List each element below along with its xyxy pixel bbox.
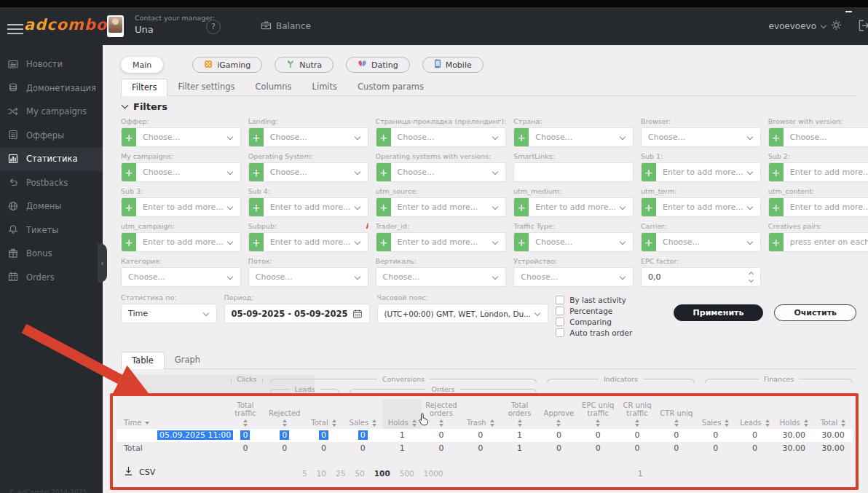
page-size-25[interactable]: 25 — [336, 469, 345, 478]
checkbox-by-last-activity[interactable]: By last activity — [556, 294, 652, 305]
page-size-500[interactable]: 500 — [400, 469, 414, 478]
column-header-leads[interactable]: Leads — [735, 399, 775, 429]
sort-icon[interactable] — [518, 419, 522, 427]
filter-input-my-campaigns[interactable]: +Choose... — [121, 162, 241, 182]
add-plus-icon[interactable]: + — [769, 163, 784, 181]
sidebar-item-offers[interactable]: Офферы — [0, 124, 103, 148]
csv-download-link[interactable]: CSV — [124, 466, 155, 478]
category-pill-mobile[interactable]: Mobile — [422, 57, 484, 73]
filter-input-landing[interactable]: +Choose... — [248, 127, 368, 147]
add-plus-icon[interactable]: + — [642, 198, 656, 216]
apply-button[interactable]: Применить — [674, 304, 764, 321]
sort-icon[interactable] — [765, 419, 770, 427]
add-plus-icon[interactable]: + — [514, 233, 529, 251]
category-pill-nutra[interactable]: Nutra — [275, 57, 334, 73]
sort-icon[interactable] — [283, 419, 287, 427]
checkbox-box[interactable] — [556, 296, 564, 304]
results-tab-graph[interactable]: Graph — [165, 352, 210, 368]
sort-icon[interactable] — [439, 419, 443, 427]
user-menu[interactable]: evoevoevo — [769, 20, 842, 33]
tab-limits[interactable]: Limits — [302, 79, 348, 95]
filter-input-flow[interactable]: Choose... — [248, 267, 368, 287]
sidebar-item-news[interactable]: Новости — [0, 52, 103, 76]
period-input[interactable]: 05-09-2025 - 05-09-2025 — [224, 304, 370, 323]
add-plus-icon[interactable]: + — [249, 198, 264, 216]
logout-icon[interactable] — [857, 19, 868, 35]
checkbox-comparing[interactable]: Comparing — [556, 316, 652, 327]
sidebar-item-postbacks[interactable]: Postbacks — [0, 171, 103, 195]
tab-columns[interactable]: Columns — [245, 79, 301, 95]
add-plus-icon[interactable]: + — [769, 233, 784, 251]
add-plus-icon[interactable]: + — [642, 163, 656, 181]
checkbox-box[interactable] — [556, 328, 564, 337]
column-header-sales[interactable]: Sales — [696, 399, 735, 429]
column-header-rejected-orders[interactable]: Rejected orders — [422, 399, 461, 429]
filter-input-utm-term[interactable]: +Enter to add more... — [641, 197, 761, 217]
sort-icon[interactable] — [635, 419, 639, 427]
add-plus-icon[interactable]: + — [122, 233, 136, 251]
column-header-sales[interactable]: Sales — [343, 399, 382, 429]
filter-input-carrier[interactable]: +Choose... — [641, 232, 761, 252]
tab-custom-params[interactable]: Custom params — [347, 79, 434, 95]
page-size-5[interactable]: 5 — [302, 469, 307, 478]
calendar-icon[interactable] — [352, 309, 363, 319]
filter-input-sub1[interactable]: +Enter to add more... — [641, 162, 761, 182]
add-plus-icon[interactable]: + — [249, 128, 264, 146]
add-plus-icon[interactable]: + — [514, 198, 529, 216]
add-plus-icon[interactable]: + — [376, 163, 391, 181]
filter-input-epc-factor[interactable]: 0,0 — [641, 267, 761, 287]
sidebar-item-domains[interactable]: Домены — [0, 194, 103, 218]
category-pill-main[interactable]: Main — [121, 57, 163, 73]
filter-input-utm-medium[interactable]: +Enter to add more... — [513, 197, 634, 217]
sort-icon[interactable] — [804, 419, 808, 427]
filter-input-category[interactable]: Choose... — [121, 267, 241, 287]
stat-by-select[interactable]: Time — [121, 304, 217, 323]
checkbox-box[interactable] — [556, 307, 564, 315]
column-header-rejected[interactable]: Rejected — [265, 399, 304, 429]
column-header-time[interactable]: Time — [117, 399, 226, 429]
filter-input-utm-source[interactable]: +Enter to add more... — [376, 197, 507, 217]
add-plus-icon[interactable]: + — [376, 128, 391, 146]
balance-button[interactable]: Balance — [261, 20, 311, 33]
sort-icon[interactable] — [556, 419, 561, 427]
sidebar-collapse-handle[interactable]: ‹ — [98, 243, 107, 283]
add-plus-icon[interactable]: + — [769, 198, 784, 216]
column-header-holds[interactable]: Holds — [382, 399, 422, 429]
column-header-holds[interactable]: Holds — [774, 399, 813, 429]
sort-icon[interactable] — [490, 419, 494, 427]
column-header-ctr-uniq[interactable]: CTR uniq — [657, 399, 696, 429]
add-plus-icon[interactable]: + — [122, 163, 136, 181]
sort-icon[interactable] — [332, 419, 336, 427]
filter-input-traffic-type[interactable]: +Choose... — [513, 232, 634, 252]
filter-input-browser-ver[interactable]: +Choose... — [768, 127, 868, 147]
page-size-50[interactable]: 50 — [355, 469, 364, 478]
sidebar-item-campaigns[interactable]: My campaigns — [0, 100, 103, 124]
column-header-total[interactable]: Total — [304, 399, 344, 429]
sidebar-item-bonus[interactable]: Bonus — [0, 242, 103, 266]
filter-input-country[interactable]: +Choose... — [513, 127, 634, 147]
sort-icon[interactable] — [674, 419, 679, 427]
checkbox-auto-trash-order[interactable]: Auto trash order — [556, 327, 652, 338]
add-plus-icon[interactable]: + — [249, 233, 264, 251]
column-header-total-traffic[interactable]: Total traffic — [226, 399, 265, 429]
filter-input-utm-content[interactable]: +Enter to add more... — [768, 197, 868, 217]
checkbox-percentage[interactable]: Percentage — [556, 305, 652, 316]
tab-filters[interactable]: Filters — [121, 79, 167, 96]
sort-desc-icon[interactable] — [145, 422, 149, 425]
filters-section-header[interactable]: Filters — [122, 101, 858, 112]
manager-contact[interactable]: Contact your manager: Una — [135, 14, 215, 35]
gear-icon[interactable] — [831, 20, 842, 33]
filter-input-smartlinks[interactable] — [513, 162, 634, 182]
sidebar-item-statistics[interactable]: Статистика — [0, 147, 103, 171]
sidebar-item-tickets[interactable]: Тикеты — [0, 218, 103, 242]
manager-avatar[interactable] — [107, 15, 124, 37]
category-pill-dating[interactable]: Dating — [346, 57, 410, 73]
sidebar-item-orders[interactable]: Orders — [0, 266, 103, 290]
column-header-cr-uniq-traffic[interactable]: CR uniq traffic — [618, 399, 657, 429]
category-pill-igaming[interactable]: iGaming — [192, 57, 262, 73]
filter-input-prelanding[interactable]: +Choose... — [376, 127, 507, 147]
add-plus-icon[interactable]: + — [376, 198, 391, 216]
column-header-trash[interactable]: Trash — [461, 399, 500, 429]
sort-icon[interactable] — [412, 419, 417, 427]
filter-input-vertical[interactable]: Choose... — [376, 267, 507, 287]
